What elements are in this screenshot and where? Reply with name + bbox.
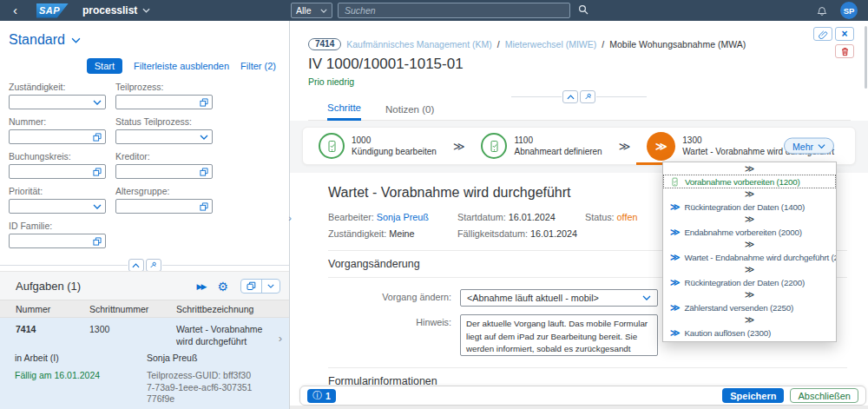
sap-logo: SAP (36, 3, 69, 18)
menu-item-rueckintegration-2200[interactable]: Rückintegration der Daten (2200) (663, 275, 836, 289)
search-scope-select[interactable]: Alle (291, 3, 332, 18)
kreditor-input[interactable] (115, 164, 213, 179)
footer-bar: 1 Speichern Abschließen (299, 386, 866, 406)
menu-item-wartet-endabnahme[interactable]: Wartet - Endabnahme wird durchgeführt (2… (663, 250, 836, 264)
collapse-button[interactable] (128, 259, 144, 272)
header-pin-button[interactable] (580, 90, 595, 103)
flow-node-1000[interactable]: 1000 Kündigung bearbeiten (317, 128, 438, 164)
chevron-up-icon (132, 263, 140, 268)
field-label: Altersgruppe: (115, 186, 213, 196)
buchungskreis-input[interactable] (9, 164, 106, 179)
tasks-title: Aufgaben (1) (16, 280, 185, 293)
chevrons-icon (670, 327, 680, 339)
pin-button[interactable] (146, 259, 161, 272)
task-guid: Teilprozess-GUID: bff3f307-73a9-1eee-acf… (147, 370, 279, 406)
shell-bar: SAP processlist Alle SP (0, 0, 868, 21)
chevrons-separator-icon (663, 163, 836, 175)
app-title[interactable]: processlist (82, 4, 150, 16)
multi-forward-icon[interactable] (197, 282, 206, 291)
menu-item-vorabnahme-vorbereiten[interactable]: Vorabnahme vorbereiten (1200) (663, 175, 836, 188)
tab-notizen[interactable]: Notizen (0) (385, 104, 434, 120)
more-button[interactable]: Mehr (784, 138, 834, 155)
node-number: 1000 (352, 135, 437, 147)
menu-item-label: Wartet - Endabnahme wird durchgeführt (2… (685, 253, 836, 262)
col-schrittnummer: Schrittnummer (89, 304, 176, 314)
filter-field-prioritaet: Priorität: (9, 179, 106, 214)
shell-search: Alle (291, 3, 570, 18)
table-row[interactable]: 7414 1300 Wartet - Vorabnahme wird durch… (0, 318, 289, 409)
field-label: Teilprozess: (115, 82, 213, 92)
divider (0, 265, 128, 266)
variant-title: Standard (9, 32, 65, 48)
settings-gear-icon[interactable] (217, 280, 228, 293)
start-button[interactable]: Start (87, 58, 122, 74)
menu-item-zaehlerstand-versenden[interactable]: Zählerstand versenden (2250) (663, 300, 836, 314)
altersgruppe-input[interactable] (115, 199, 213, 214)
teilprozess-input[interactable] (115, 95, 213, 109)
messages-button[interactable]: 1 (307, 389, 336, 403)
tab-schritte[interactable]: Schritte (327, 102, 361, 121)
filter-grid: Zuständigkeit: Teilprozess: Nummer: Stat… (0, 75, 289, 248)
copy-icon[interactable] (241, 280, 261, 293)
back-icon[interactable] (13, 1, 17, 20)
task-nummer: 7414 (16, 323, 89, 347)
filter-panel: Standard Start Filterleiste ausblenden F… (0, 21, 289, 409)
menu-item-label: Vorabnahme vorbereiten (1200) (685, 177, 800, 187)
mobile-form-icon (481, 133, 507, 159)
field-label: Nummer: (9, 116, 106, 127)
field-label: Priorität: (9, 186, 106, 196)
flow-node-1100[interactable]: 1100 Abnahmeart definieren (479, 128, 603, 164)
status-teilprozess-select[interactable] (115, 129, 213, 144)
breadcrumb-link[interactable]: Mieterwechsel (MIWE) (505, 39, 597, 49)
person-link[interactable]: Sonja Preuß (377, 212, 429, 222)
page-title: IV 1000/10001-1015-01 (308, 56, 851, 73)
notifications-bell-icon[interactable] (816, 4, 828, 16)
filter-field-zustaendigkeit: Zuständigkeit: (9, 75, 106, 109)
task-status: in Arbeit (I) (15, 353, 147, 365)
attachment-button[interactable] (813, 27, 832, 41)
avatar[interactable]: SP (840, 2, 858, 19)
prioritaet-select[interactable] (9, 199, 106, 214)
divider (162, 265, 290, 266)
chevrons-icon (670, 201, 680, 213)
breadcrumb-link[interactable]: Kaufmännisches Management (KM) (346, 39, 492, 49)
variant-selector[interactable]: Standard (0, 21, 289, 48)
hinweis-textarea[interactable]: Der aktuelle Vorgang läuft. Das mobile F… (460, 314, 658, 356)
delete-button[interactable] (835, 44, 854, 58)
field-faelligkeitsdatum: Fälligkeitsdatum: 16.01.2024 (457, 228, 585, 239)
id-familie-input[interactable] (9, 234, 106, 248)
chevron-down-icon (818, 143, 825, 148)
chevron-down-icon (200, 135, 208, 140)
breadcrumb-separator (497, 39, 500, 49)
menu-item-kaution-aufloesen[interactable]: Kaution auflösen (2300) (663, 326, 836, 340)
chevrons-separator-icon (663, 214, 836, 225)
more-label: Mehr (792, 141, 813, 151)
chevron-up-icon (567, 95, 575, 100)
field-label: Buchungskreis: (9, 151, 106, 162)
vorgang-select[interactable]: <Abnahme läuft aktuell - mobil> (460, 289, 658, 307)
chevron-down-icon (320, 9, 327, 13)
filter-field-teilprozess: Teilprozess: (115, 75, 213, 109)
menu-item-rueckintegration-1400[interactable]: Rückintegration der Daten (1400) (663, 200, 836, 214)
breadcrumb-current: Mobile Wohungsabnahme (MWA) (609, 39, 746, 49)
search-input[interactable] (338, 3, 570, 18)
tasks-table-header: Nummer Schrittnummer Schrittbezeichnung (0, 300, 289, 318)
field-label: Zuständigkeit: (9, 82, 106, 92)
priority-label: Prio niedrig (308, 76, 851, 87)
nummer-input[interactable] (9, 129, 106, 144)
search-icon[interactable] (578, 4, 589, 16)
hide-filterbar-button[interactable]: Filterleiste ausblenden (134, 61, 229, 71)
close-button[interactable] (835, 27, 854, 41)
filters-button[interactable]: Filter (2) (240, 61, 276, 71)
menu-item-endabnahme-vorbereiten[interactable]: Endabnahme vorbereiten (2000) (663, 225, 836, 239)
menu-item-label: Kaution auflösen (2300) (685, 328, 771, 338)
save-button[interactable]: Speichern (722, 388, 784, 403)
zustaendigkeit-select[interactable] (9, 95, 106, 109)
task-bezeichnung: Wartet - Vorabnahme wird durchgeführt (176, 323, 272, 347)
value-help-icon (93, 168, 102, 176)
chevron-down-icon[interactable] (261, 280, 279, 293)
header-collapse-button[interactable] (562, 90, 578, 103)
splitter-handle-icon[interactable] (286, 212, 294, 224)
mobile-form-icon (670, 177, 680, 187)
complete-button[interactable]: Abschließen (790, 388, 858, 403)
